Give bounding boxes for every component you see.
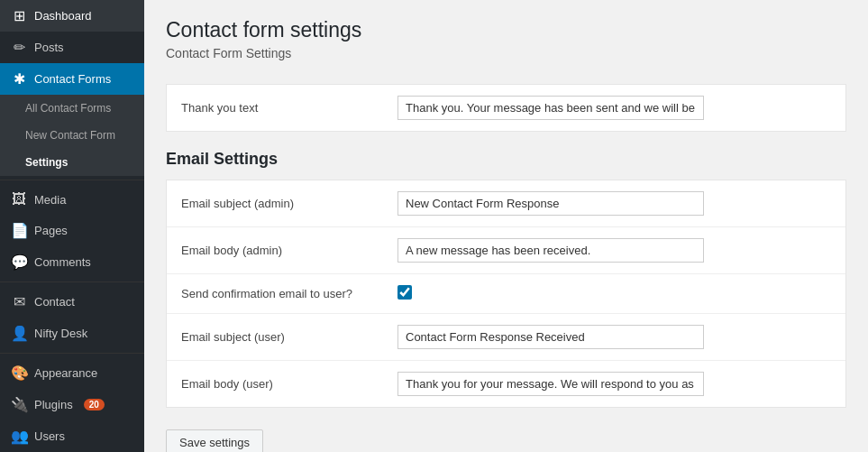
page-title: Contact form settings xyxy=(166,18,846,42)
sidebar-item-nifty-desk[interactable]: 👤 Nifty Desk xyxy=(0,318,144,349)
sidebar-item-label: Nifty Desk xyxy=(34,327,87,340)
sidebar-divider-2 xyxy=(0,281,144,282)
users-icon: 👥 xyxy=(11,428,27,445)
email-settings-heading: Email Settings xyxy=(166,150,846,169)
email-body-admin-row: Email body (admin) xyxy=(167,227,845,274)
dashboard-icon: ⊞ xyxy=(11,7,27,24)
sidebar-item-comments[interactable]: 💬 Comments xyxy=(0,246,144,278)
sidebar-item-label: Users xyxy=(34,429,65,443)
email-body-admin-input-wrapper xyxy=(397,238,831,263)
email-subject-admin-input-wrapper xyxy=(397,191,831,216)
email-body-user-row: Email body (user) xyxy=(167,361,845,407)
email-subject-admin-row: Email subject (admin) xyxy=(167,180,845,227)
save-settings-button[interactable]: Save settings xyxy=(166,429,263,452)
sidebar-divider-1 xyxy=(0,180,144,180)
thank-you-row: Thank you text xyxy=(167,85,845,131)
sidebar-item-new-contact-form[interactable]: New Contact Form xyxy=(0,122,144,149)
email-subject-user-row: Email subject (user) xyxy=(167,314,845,361)
sidebar-item-plugins[interactable]: 🔌 Plugins 20 xyxy=(0,389,144,420)
email-settings-card: Email subject (admin) Email body (admin)… xyxy=(166,180,846,408)
plugins-badge: 20 xyxy=(84,399,105,410)
sidebar-item-contact[interactable]: ✉ Contact xyxy=(0,286,144,318)
thank-you-card: Thank you text xyxy=(166,84,846,132)
sidebar-item-appearance[interactable]: 🎨 Appearance xyxy=(0,357,144,389)
send-confirmation-input-wrapper xyxy=(397,285,831,302)
send-confirmation-row: Send confirmation email to user? xyxy=(167,274,845,314)
contact-icon: ✉ xyxy=(11,293,27,310)
comments-icon: 💬 xyxy=(11,254,27,271)
thank-you-label: Thank you text xyxy=(181,101,397,115)
sidebar-item-media[interactable]: 🖼 Media xyxy=(0,184,144,215)
new-contact-form-label: New Contact Form xyxy=(25,129,115,142)
posts-icon: ✏ xyxy=(11,39,27,56)
sidebar-item-posts[interactable]: ✏ Posts xyxy=(0,32,144,63)
sidebar-item-label: Dashboard xyxy=(34,9,92,23)
email-subject-user-input[interactable] xyxy=(397,325,704,349)
page-subtitle: Contact Form Settings xyxy=(166,46,846,69)
sidebar-item-settings[interactable]: Settings xyxy=(0,149,144,176)
sidebar-item-users[interactable]: 👥 Users xyxy=(0,420,144,452)
all-contact-forms-label: All Contact Forms xyxy=(25,102,111,115)
contact-forms-icon: ✱ xyxy=(11,70,27,88)
sidebar-item-all-contact-forms[interactable]: All Contact Forms xyxy=(0,95,144,122)
appearance-icon: 🎨 xyxy=(11,364,27,382)
email-body-user-input[interactable] xyxy=(397,372,704,396)
email-subject-user-label: Email subject (user) xyxy=(181,330,397,344)
send-confirmation-checkbox[interactable] xyxy=(397,285,412,300)
sidebar-item-pages[interactable]: 📄 Pages xyxy=(0,215,144,246)
sidebar-divider-3 xyxy=(0,353,144,354)
sidebar-item-label: Posts xyxy=(34,41,64,54)
pages-icon: 📄 xyxy=(11,222,27,239)
contact-forms-submenu: All Contact Forms New Contact Form Setti… xyxy=(0,95,144,176)
settings-label: Settings xyxy=(25,156,68,169)
email-subject-admin-label: Email subject (admin) xyxy=(181,197,397,210)
sidebar-item-label: Contact xyxy=(34,295,75,309)
sidebar-item-label: Pages xyxy=(34,224,68,237)
sidebar: ⊞ Dashboard ✏ Posts ✱ Contact Forms All … xyxy=(0,0,144,452)
thank-you-input[interactable] xyxy=(397,96,704,120)
sidebar-item-label: Contact Forms xyxy=(34,72,111,86)
email-body-admin-input[interactable] xyxy=(397,238,704,263)
email-body-user-label: Email body (user) xyxy=(181,377,397,391)
sidebar-item-dashboard[interactable]: ⊞ Dashboard xyxy=(0,0,144,32)
send-confirmation-label: Send confirmation email to user? xyxy=(181,287,397,300)
email-body-admin-label: Email body (admin) xyxy=(181,244,397,257)
email-subject-user-input-wrapper xyxy=(397,325,831,349)
main-content: Contact form settings Contact Form Setti… xyxy=(144,0,868,452)
sidebar-item-label: Media xyxy=(34,193,66,207)
sidebar-item-label: Appearance xyxy=(34,366,97,380)
media-icon: 🖼 xyxy=(11,191,27,208)
sidebar-item-contact-forms[interactable]: ✱ Contact Forms xyxy=(0,63,144,95)
plugins-icon: 🔌 xyxy=(11,396,27,413)
email-body-user-input-wrapper xyxy=(397,372,831,396)
email-subject-admin-input[interactable] xyxy=(397,191,704,216)
thank-you-input-wrapper xyxy=(397,96,831,120)
nifty-desk-icon: 👤 xyxy=(11,325,27,342)
sidebar-item-label: Comments xyxy=(34,255,91,269)
sidebar-item-label: Plugins xyxy=(34,398,73,411)
